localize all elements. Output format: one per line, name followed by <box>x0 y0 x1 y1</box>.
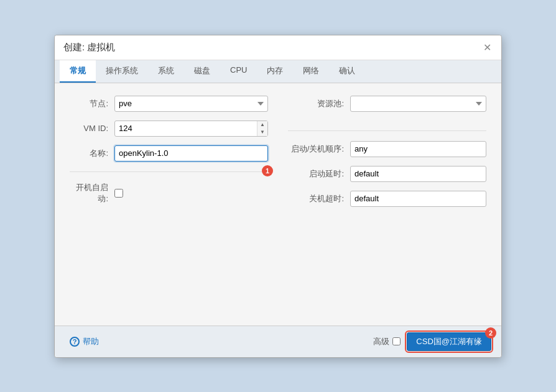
form-section: 节点: pve VM ID: <box>70 96 486 216</box>
resource-pool-label: 资源池: <box>288 98 350 109</box>
vmid-spin-down[interactable]: ▼ <box>257 129 267 136</box>
start-stop-order-row: 启动/关机顺序: <box>288 141 486 157</box>
dialog-title-text: 创建: 虚拟机 <box>63 42 115 53</box>
create-vm-dialog: 创建: 虚拟机 ✕ 常规 操作系统 系统 磁盘 CPU 内存 网络 确认 节点:… <box>54 35 502 358</box>
start-at-boot-label: 开机自启动: <box>70 182 114 204</box>
help-icon: ? <box>70 337 80 347</box>
vmid-row: VM ID: ▲ ▼ <box>70 121 268 137</box>
node-select[interactable]: pve <box>114 96 268 112</box>
start-at-boot-row: 开机自启动: <box>70 182 268 204</box>
shutdown-timeout-row: 关机超时: <box>288 191 486 207</box>
startup-delay-input[interactable] <box>350 166 486 182</box>
tab-os[interactable]: 操作系统 <box>96 60 148 83</box>
name-row: 名称: 1 <box>70 145 268 162</box>
separator <box>70 171 268 172</box>
tab-bar: 常规 操作系统 系统 磁盘 CPU 内存 网络 确认 <box>55 60 501 83</box>
advanced-checkbox[interactable] <box>392 337 401 345</box>
name-input[interactable] <box>114 145 268 162</box>
dialog-footer: ? 帮助 高级 CSD国@江湖有缘 2 <box>55 326 501 357</box>
name-control: 1 <box>114 145 268 162</box>
shutdown-timeout-control <box>350 191 486 207</box>
vmid-control: ▲ ▼ <box>114 121 268 137</box>
right-column: 资源池: 启动/关机顺序: <box>288 96 486 216</box>
node-control: pve <box>114 96 268 112</box>
vmid-input[interactable] <box>115 121 257 136</box>
vmid-spin-buttons: ▲ ▼ <box>257 121 267 136</box>
footer-left: ? 帮助 <box>65 334 104 350</box>
badge-1: 1 <box>262 165 273 176</box>
next-btn-wrapper: CSD国@江湖有缘 2 <box>407 332 491 351</box>
tab-disk[interactable]: 磁盘 <box>184 60 220 83</box>
shutdown-timeout-label: 关机超时: <box>288 193 350 204</box>
node-row: 节点: pve <box>70 96 268 112</box>
node-label: 节点: <box>70 98 114 109</box>
badge-2: 2 <box>485 327 496 339</box>
tab-memory[interactable]: 内存 <box>257 60 293 83</box>
right-separator <box>288 130 486 131</box>
tab-network[interactable]: 网络 <box>293 60 329 83</box>
shutdown-timeout-input[interactable] <box>350 191 486 207</box>
help-label: 帮助 <box>83 336 99 347</box>
tab-system[interactable]: 系统 <box>148 60 184 83</box>
resource-pool-control <box>350 96 486 112</box>
start-stop-order-label: 启动/关机顺序: <box>288 144 350 155</box>
startup-delay-row: 启动延时: <box>288 166 486 182</box>
start-stop-order-control <box>350 141 486 157</box>
advanced-area: 高级 <box>373 336 401 347</box>
close-button[interactable]: ✕ <box>481 42 493 53</box>
tab-general[interactable]: 常规 <box>60 60 96 83</box>
next-button[interactable]: CSD国@江湖有缘 <box>407 332 491 351</box>
dialog-body: 节点: pve VM ID: <box>55 83 501 326</box>
dialog-title-bar: 创建: 虚拟机 ✕ <box>55 35 501 60</box>
vmid-label: VM ID: <box>70 124 114 133</box>
start-stop-order-input[interactable] <box>350 141 486 157</box>
start-at-boot-checkbox[interactable] <box>114 189 123 198</box>
help-button[interactable]: ? 帮助 <box>65 334 104 350</box>
startup-delay-label: 启动延时: <box>288 168 350 180</box>
advanced-label: 高级 <box>373 336 389 347</box>
node-select-wrapper: pve <box>114 96 268 112</box>
resource-pool-select[interactable] <box>350 96 486 112</box>
resource-pool-select-wrapper <box>350 96 486 112</box>
left-column: 节点: pve VM ID: <box>70 96 268 216</box>
footer-right: 高级 CSD国@江湖有缘 2 <box>373 332 491 351</box>
name-label: 名称: <box>70 148 114 159</box>
startup-delay-control <box>350 166 486 182</box>
vmid-spin-up[interactable]: ▲ <box>257 121 267 129</box>
vmid-number-wrapper: ▲ ▼ <box>114 121 268 137</box>
resource-pool-row: 资源池: <box>288 96 486 112</box>
tab-confirm[interactable]: 确认 <box>329 60 365 83</box>
tab-cpu[interactable]: CPU <box>220 60 257 83</box>
